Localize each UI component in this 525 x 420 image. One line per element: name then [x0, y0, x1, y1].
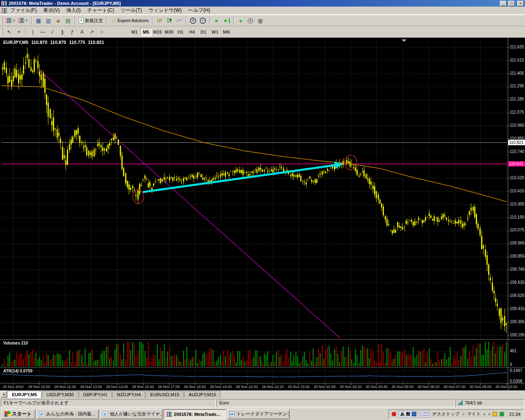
chart-tab-eurjpy-m5[interactable]: EURJPY,M5 [7, 391, 41, 398]
taskbar-task-metatrader[interactable]: 2001578: MetaTrade... [164, 409, 226, 419]
antivirus-tray-icon[interactable] [500, 412, 504, 416]
timeframe-mn-button[interactable]: MN [221, 28, 232, 36]
zoom-in-button[interactable]: + [188, 16, 198, 25]
timeframe-m5-button[interactable]: M5 [140, 28, 152, 36]
menu-bar: ファイル(F) 表示(V) 挿入(I) チャート(C) ツール(T) ウィンドウ… [0, 7, 525, 15]
system-tray: あ 般 CAPS KANA デスクトップ » マイト » « 21:34 [388, 409, 524, 419]
ime-tools-icon[interactable] [412, 412, 416, 416]
metatrader-window: 2001578: MetaTrader - Demo Account - [EU… [0, 0, 525, 420]
ellipse-tool-button[interactable]: ○ [97, 27, 107, 37]
taskbar-task-document[interactable]: W トレードダイアリーテンプレー... [227, 409, 290, 419]
menu-chart[interactable]: チャート(C) [84, 6, 118, 15]
taskbar-clock: 21:34 [507, 412, 520, 417]
chart-tab-gbpjpy-h1[interactable]: GBPJPY,H1 [79, 391, 112, 398]
crosshair-tool-button[interactable]: + [14, 27, 24, 37]
tray-alert-icon[interactable] [392, 412, 396, 416]
navigator-icon: ◈ [56, 18, 60, 23]
toolbar-separator [186, 16, 187, 25]
timeframe-m1-button[interactable]: M1 [129, 28, 140, 36]
price-chart-canvas[interactable] [0, 38, 525, 390]
tab-scroll-left-button[interactable]: ◄ [1, 391, 7, 397]
timeframe-w1-button[interactable]: W1 [209, 28, 221, 36]
toolbar-grip[interactable] [1, 28, 2, 36]
task-label: みんなの外為 - 国内最... [46, 411, 95, 417]
menu-tools[interactable]: ツール(T) [117, 6, 145, 15]
minimize-button[interactable]: _ [500, 1, 507, 6]
start-button[interactable]: スタート [1, 409, 35, 419]
my-toolbar-label[interactable]: マイト [467, 411, 481, 417]
chart-shift-icon: ► [224, 18, 230, 23]
chart-tab-audjpy-m15[interactable]: AUDJPY,M15 [184, 391, 220, 398]
candlestick-mode-button[interactable] [164, 16, 174, 25]
bar-chart-mode-button[interactable] [155, 16, 164, 25]
chevron-down-icon: ▼ [25, 19, 28, 22]
volumes-pane-label: Volumes 210 [3, 341, 28, 345]
menu-view[interactable]: 表示(V) [40, 6, 63, 15]
expert-advisors-button[interactable]: ☺ Expert Advisors [109, 16, 151, 25]
arrows-tool-icon: ↗ [90, 30, 94, 34]
timeframe-d1-button[interactable]: D1 [198, 28, 209, 36]
close-button[interactable]: × [517, 1, 524, 6]
horizontal-line-icon: — [40, 30, 45, 34]
cursor-tool-button[interactable]: ↖ [4, 27, 14, 37]
chart-high: 110.870 [50, 40, 66, 45]
vertical-line-tool-button[interactable]: | [28, 27, 38, 37]
new-order-button[interactable]: + 新規注文 [77, 16, 105, 25]
data-window-button[interactable]: ▥ [43, 16, 53, 25]
chart-tab-eurusd-m15[interactable]: EURUSD,M15 [146, 391, 184, 398]
menu-file[interactable]: ファイル(F) [7, 6, 40, 15]
channel-icon: ∥ [61, 30, 64, 34]
trendline-tool-button[interactable]: / [48, 27, 57, 37]
new-chart-button[interactable]: ▼ [4, 16, 17, 25]
taskbar-task-browser-1[interactable]: e みんなの外為 - 国内最... [37, 409, 99, 419]
market-watch-button[interactable]: ▦ [34, 16, 43, 25]
ime-toolbar[interactable]: あ 般 [399, 411, 418, 418]
timeframe-m15-button[interactable]: M15 [152, 28, 163, 36]
chart-low: 110.775 [69, 40, 85, 45]
chart-shift-button[interactable]: ► [222, 16, 232, 25]
windows-logo-icon [5, 411, 10, 417]
desktop-toolbar-label[interactable]: デスクトップ [432, 411, 460, 417]
chart-window-icon [1, 8, 7, 13]
indicators-button[interactable]: + [236, 16, 246, 25]
window-title: 2001578: MetaTrader - Demo Account - [EU… [9, 0, 498, 7]
toolbar-grip[interactable] [1, 16, 2, 25]
desktop-overflow-chevron[interactable]: » [462, 412, 465, 416]
my-overflow-chevron[interactable]: » [483, 412, 486, 416]
auto-scroll-icon: ► [215, 18, 219, 23]
ime-input-mode[interactable]: あ [400, 411, 405, 417]
chart-tab-usdjpy-m30[interactable]: USDJPY,M30 [42, 391, 78, 398]
fibonacci-tool-button[interactable]: ƒ [67, 27, 77, 37]
line-chart-mode-button[interactable] [174, 16, 184, 25]
toolbar-separator [152, 16, 153, 25]
channel-tool-button[interactable]: ∥ [57, 27, 67, 37]
taskbar-task-browser-2[interactable]: e 他人が嫌いな完全マイナ... [100, 409, 162, 419]
menu-help[interactable]: ヘルプ(H) [185, 6, 214, 15]
templates-icon: ▦ [258, 18, 262, 23]
timeframe-h1-button[interactable]: H1 [175, 28, 186, 36]
toolbar-separator [25, 28, 26, 36]
navigator-button[interactable]: ◈ [53, 16, 63, 25]
connection-status-icon [458, 400, 463, 405]
volume-tray-icon[interactable] [493, 412, 497, 416]
restore-button[interactable]: □ [508, 1, 515, 6]
profiles-button[interactable]: ▼ [17, 16, 30, 25]
arrows-tool-button[interactable]: ↗ [87, 27, 97, 37]
menu-window[interactable]: ウィンドウ(W) [145, 6, 185, 15]
templates-button[interactable]: ▦ [256, 16, 265, 25]
ime-conversion-mode[interactable]: 般 [406, 411, 411, 417]
terminal-button[interactable]: ▤ [63, 16, 73, 25]
text-tool-button[interactable]: A [77, 27, 87, 37]
timeframe-h4-button[interactable]: H4 [186, 28, 198, 36]
horizontal-line-tool-button[interactable]: — [38, 27, 48, 37]
menu-insert[interactable]: 挿入(I) [63, 6, 84, 15]
zoom-out-button[interactable]: − [198, 16, 208, 25]
chart-symbol: EURJPY,M5 [3, 40, 28, 45]
profiles-icon [18, 18, 24, 23]
auto-scroll-button[interactable]: ► [212, 16, 222, 25]
chart-tab-nzdjpy-h4[interactable]: NZDJPY,H4 [112, 391, 145, 398]
timeframe-m30-button[interactable]: M30 [163, 28, 175, 36]
periods-button[interactable] [246, 16, 256, 25]
tray-expand-chevron[interactable]: « [488, 412, 491, 416]
toolbar-separator [233, 16, 234, 25]
